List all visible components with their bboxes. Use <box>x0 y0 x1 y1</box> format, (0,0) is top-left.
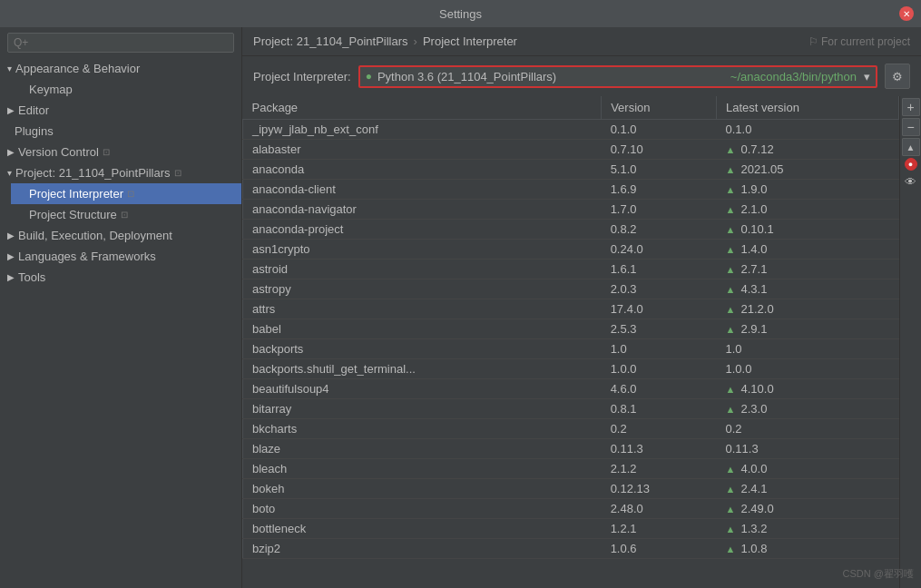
interpreter-row: Project Interpreter: ● Python 3.6 (21_11… <box>242 56 921 96</box>
up-button[interactable]: ▲ <box>902 138 920 156</box>
expand-arrow-icon: ▶ <box>7 251 15 261</box>
table-row[interactable]: attrs17.4.0▲ 21.2.0 <box>243 299 899 319</box>
gear-button[interactable]: ⚙ <box>885 64 910 89</box>
status-circle-button[interactable]: ● <box>905 158 917 171</box>
dropdown-arrow-icon: ▾ <box>864 70 870 83</box>
sidebar-item-project-interpreter[interactable]: Project Interpreter ⊡ <box>11 183 241 204</box>
version-cell: 1.0 <box>602 339 717 359</box>
version-cell: 1.6.9 <box>602 180 717 200</box>
package-name-cell: astroid <box>243 260 602 279</box>
table-row[interactable]: alabaster0.7.10▲ 0.7.12 <box>243 140 899 160</box>
sidebar-item-version-control[interactable]: ▶ Version Control ⊡ <box>0 142 241 162</box>
sidebar-item-label: Project: 21_1104_PointPillars <box>15 166 171 180</box>
main-panel: Project: 21_1104_PointPillars › Project … <box>242 27 921 588</box>
version-cell: 2.5.3 <box>602 319 717 339</box>
version-cell: 0.24.0 <box>602 240 717 260</box>
sidebar-item-editor[interactable]: ▶ Editor <box>0 100 241 121</box>
package-name-cell: _ipyw_jlab_nb_ext_conf <box>243 120 602 140</box>
upgrade-arrow-icon: ▲ <box>726 544 739 554</box>
sidebar-item-languages[interactable]: ▶ Languages & Frameworks <box>0 246 241 267</box>
table-row[interactable]: bkcharts0.20.2 <box>243 419 899 439</box>
sidebar: ▾ Appearance & Behavior Keymap ▶ Editor … <box>0 27 242 588</box>
sidebar-item-project-structure[interactable]: Project Structure ⊡ <box>11 204 241 225</box>
sidebar-item-keymap[interactable]: Keymap <box>11 79 241 100</box>
interpreter-name: Python 3.6 (21_1104_PointPillars) <box>377 70 727 83</box>
interpreter-path: ~/anaconda3/bin/python <box>730 70 857 83</box>
latest-version-cell: 1.0 <box>717 339 899 359</box>
latest-version-cell: ▲ 1.0.8 <box>717 539 899 559</box>
table-row[interactable]: bottleneck1.2.1▲ 1.3.2 <box>243 519 899 539</box>
sidebar-item-label: Editor <box>18 103 49 117</box>
add-package-button[interactable]: + <box>902 98 920 116</box>
table-row[interactable]: anaconda-project0.8.2▲ 0.10.1 <box>243 220 899 240</box>
table-row[interactable]: babel2.5.3▲ 2.9.1 <box>243 319 899 339</box>
column-version: Version <box>602 96 717 120</box>
eye-button[interactable]: 👁 <box>902 172 920 191</box>
expand-arrow-icon: ▶ <box>7 105 15 115</box>
table-row[interactable]: bzip21.0.6▲ 1.0.8 <box>243 539 899 559</box>
table-row[interactable]: bokeh0.12.13▲ 2.4.1 <box>243 479 899 499</box>
latest-version-cell: ▲ 2.3.0 <box>717 399 899 419</box>
sidebar-item-tools[interactable]: ▶ Tools <box>0 267 241 288</box>
latest-version-cell: ▲ 2021.05 <box>717 160 899 180</box>
latest-version-cell: ▲ 1.4.0 <box>717 240 899 260</box>
latest-version-cell: ▲ 0.7.12 <box>717 140 899 160</box>
interpreter-dropdown[interactable]: ● Python 3.6 (21_1104_PointPillars) ~/an… <box>358 65 877 88</box>
table-row[interactable]: astroid1.6.1▲ 2.7.1 <box>243 260 899 279</box>
package-name-cell: anaconda-project <box>243 220 602 240</box>
expand-arrow-icon: ▾ <box>7 168 12 178</box>
latest-version-cell: 0.11.3 <box>717 439 899 459</box>
table-row[interactable]: anaconda-client1.6.9▲ 1.9.0 <box>243 180 899 200</box>
package-name-cell: boto <box>243 499 602 519</box>
latest-version-cell: ▲ 4.0.0 <box>717 459 899 479</box>
sidebar-item-label: Plugins <box>15 124 54 138</box>
sidebar-item-build[interactable]: ▶ Build, Execution, Deployment <box>0 225 241 246</box>
table-row[interactable]: bleach2.1.2▲ 4.0.0 <box>243 459 899 479</box>
sidebar-appearance-children: Keymap <box>0 79 241 100</box>
package-name-cell: anaconda-navigator <box>243 200 602 220</box>
sidebar-item-project[interactable]: ▾ Project: 21_1104_PointPillars ⊡ <box>0 162 241 183</box>
version-cell: 4.6.0 <box>602 379 717 399</box>
latest-version-cell: ▲ 4.10.0 <box>717 379 899 399</box>
sidebar-item-appearance[interactable]: ▾ Appearance & Behavior <box>0 58 241 79</box>
sidebar-item-label: Project Structure <box>29 208 117 221</box>
latest-version-cell: ▲ 1.3.2 <box>717 519 899 539</box>
package-table-container[interactable]: Package Version Latest version _ipyw_jla… <box>242 96 899 588</box>
table-row[interactable]: _ipyw_jlab_nb_ext_conf0.1.00.1.0 <box>243 120 899 140</box>
sidebar-item-label: Appearance & Behavior <box>15 62 140 75</box>
version-cell: 0.1.0 <box>602 120 717 140</box>
package-area: Package Version Latest version _ipyw_jla… <box>242 96 921 588</box>
version-cell: 0.8.1 <box>602 399 717 419</box>
main-content: ▾ Appearance & Behavior Keymap ▶ Editor … <box>0 27 921 588</box>
close-button[interactable]: ✕ <box>899 6 914 21</box>
package-name-cell: bzip2 <box>243 539 602 559</box>
package-name-cell: anaconda <box>243 160 602 180</box>
sidebar-search-input[interactable] <box>7 33 234 53</box>
table-row[interactable]: beautifulsoup44.6.0▲ 4.10.0 <box>243 379 899 399</box>
sidebar-item-plugins[interactable]: Plugins <box>0 121 241 142</box>
remove-package-button[interactable]: − <box>902 118 920 136</box>
upgrade-arrow-icon: ▲ <box>726 184 739 195</box>
version-cell: 1.0.6 <box>602 539 717 559</box>
sidebar-item-label: Version Control <box>18 145 99 159</box>
latest-version-cell: ▲ 2.4.1 <box>717 479 899 499</box>
latest-version-cell: ▲ 0.10.1 <box>717 220 899 240</box>
table-row[interactable]: bitarray0.8.1▲ 2.3.0 <box>243 399 899 419</box>
breadcrumb-separator: › <box>414 34 417 48</box>
package-name-cell: babel <box>243 319 602 339</box>
latest-version-cell: ▲ 2.9.1 <box>717 319 899 339</box>
table-row[interactable]: anaconda5.1.0▲ 2021.05 <box>243 160 899 180</box>
table-row[interactable]: anaconda-navigator1.7.0▲ 2.1.0 <box>243 200 899 220</box>
table-row[interactable]: backports.shutil_get_terminal...1.0.01.0… <box>243 359 899 379</box>
table-row[interactable]: boto2.48.0▲ 2.49.0 <box>243 499 899 519</box>
table-row[interactable]: astropy2.0.3▲ 4.3.1 <box>243 279 899 299</box>
right-action-buttons: + − ▲ ● 👁 <box>899 96 921 588</box>
table-row[interactable]: asn1crypto0.24.0▲ 1.4.0 <box>243 240 899 260</box>
package-name-cell: bkcharts <box>243 419 602 439</box>
table-row[interactable]: backports1.01.0 <box>243 339 899 359</box>
version-cell: 1.0.0 <box>602 359 717 379</box>
upgrade-arrow-icon: ▲ <box>726 224 739 235</box>
table-row[interactable]: blaze0.11.30.11.3 <box>243 439 899 459</box>
upgrade-arrow-icon: ▲ <box>726 484 739 495</box>
upgrade-arrow-icon: ▲ <box>726 304 739 315</box>
